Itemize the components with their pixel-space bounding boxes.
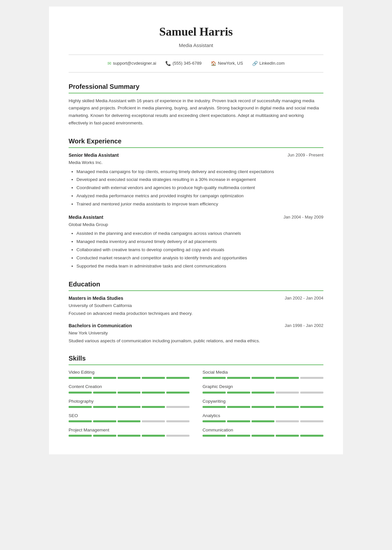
skill-segment	[118, 406, 141, 408]
job-date-1: Jan 2004 - May 2009	[284, 214, 323, 220]
skill-segment	[142, 377, 165, 379]
skill-segment	[227, 420, 250, 422]
skill-segment	[203, 406, 226, 408]
bullet: Supported the media team in administrati…	[76, 263, 323, 270]
skill-segment	[93, 420, 116, 422]
skill-segment	[203, 377, 226, 379]
skill-segment	[118, 377, 141, 379]
summary-text: Highly skilled Media Assistant with 16 y…	[69, 97, 323, 127]
skill-bar-0	[69, 377, 189, 379]
bullet: Managed media campaigns for top clients,…	[76, 168, 323, 176]
skill-segment	[227, 406, 250, 408]
job-entry-1: Media Assistant Jan 2004 - May 2009 Glob…	[69, 214, 323, 270]
job-company-1: Global Media Group	[69, 221, 323, 228]
skill-bar-7	[203, 420, 323, 422]
edu-desc-1: Studied various aspects of communication…	[69, 338, 323, 344]
skill-segment	[227, 392, 250, 394]
candidate-name: Samuel Harris	[69, 23, 323, 40]
edu-date-0: Jan 2002 - Jan 2004	[285, 295, 323, 301]
skills-section: Skills Video EditingSocial MediaContent …	[69, 353, 323, 438]
skill-segment	[93, 377, 116, 379]
skill-label-4: Photography	[69, 398, 189, 405]
skill-bar-9	[203, 435, 323, 437]
skill-item-3: Graphic Design	[203, 383, 323, 393]
bullet: Collaborated with creative teams to deve…	[76, 246, 323, 254]
edu-desc-0: Focused on advanced media production tec…	[69, 310, 323, 317]
bullet: Assisted in the planning and execution o…	[76, 230, 323, 237]
skill-segment	[69, 377, 92, 379]
skill-segment	[227, 435, 250, 437]
edu-entry-1: Bachelors in Communication Jan 1998 - Ja…	[69, 322, 323, 345]
skill-segment	[300, 420, 323, 422]
skill-item-8: Project Management	[69, 427, 189, 437]
resume-document: Samuel Harris Media Assistant ✉ support@…	[49, 7, 343, 454]
skill-label-1: Social Media	[203, 369, 323, 376]
skill-segment	[142, 420, 165, 422]
skill-label-7: Analytics	[203, 412, 323, 419]
contact-bar: ✉ support@cvdesigner.ai 📞 (555) 345-6789…	[69, 60, 323, 73]
edu-school-1: New York University	[69, 330, 323, 336]
edu-school-0: University of Southern California	[69, 302, 323, 309]
skill-segment	[252, 392, 275, 394]
skill-segment	[93, 392, 116, 394]
skill-bar-5	[203, 406, 323, 408]
skill-label-0: Video Editing	[69, 369, 189, 376]
education-section: Education Masters in Media Studies Jan 2…	[69, 279, 323, 344]
skill-label-5: Copywriting	[203, 398, 323, 405]
edu-header-1: Bachelors in Communication Jan 1998 - Ja…	[69, 322, 323, 329]
skill-segment	[252, 406, 275, 408]
bullet: Conducted market research and competitor…	[76, 254, 323, 262]
skill-segment	[276, 420, 299, 422]
bullet: Managed media inventory and ensured time…	[76, 238, 323, 246]
edu-date-1: Jan 1998 - Jan 2002	[285, 322, 323, 329]
job-date-0: Jun 2009 - Present	[287, 152, 323, 158]
contact-location: 🏠 NewYork, US	[211, 60, 243, 67]
bullet: Developed and executed social media stra…	[76, 176, 323, 184]
skill-label-3: Graphic Design	[203, 383, 323, 390]
job-header-1: Media Assistant Jan 2004 - May 2009	[69, 214, 323, 221]
linkedin-icon: 🔗	[252, 60, 258, 67]
skill-label-8: Project Management	[69, 427, 189, 433]
bullet: Coordinated with external vendors and ag…	[76, 184, 323, 192]
skill-segment	[300, 406, 323, 408]
skill-segment	[166, 420, 189, 422]
job-entry-0: Senior Media Assistant Jun 2009 - Presen…	[69, 152, 323, 208]
skill-segment	[166, 392, 189, 394]
skill-segment	[300, 392, 323, 394]
job-company-0: Media Works Inc.	[69, 159, 323, 166]
skill-segment	[276, 435, 299, 437]
skill-segment	[203, 435, 226, 437]
job-title-1: Media Assistant	[69, 214, 103, 221]
skill-segment	[118, 435, 141, 437]
edu-header-0: Masters in Media Studies Jan 2002 - Jan …	[69, 295, 323, 302]
edu-degree-0: Masters in Media Studies	[69, 295, 123, 302]
summary-title: Professional Summary	[69, 82, 323, 93]
phone-icon: 📞	[165, 60, 171, 67]
skill-segment	[142, 406, 165, 408]
contact-email: ✉ support@cvdesigner.ai	[107, 60, 156, 67]
header-section: Samuel Harris Media Assistant	[69, 23, 323, 55]
skill-label-6: SEO	[69, 412, 189, 419]
skill-segment	[252, 377, 275, 379]
skill-segment	[166, 406, 189, 408]
skill-segment	[69, 392, 92, 394]
skill-segment	[227, 377, 250, 379]
skill-label-2: Content Creation	[69, 383, 189, 390]
skill-segment	[276, 406, 299, 408]
skill-segment	[142, 392, 165, 394]
skill-segment	[300, 377, 323, 379]
candidate-title: Media Assistant	[69, 42, 323, 49]
location-icon: 🏠	[211, 60, 216, 67]
skill-segment	[118, 420, 141, 422]
job-bullets-1: Assisted in the planning and execution o…	[69, 230, 323, 270]
skill-bar-6	[69, 420, 189, 422]
skill-segment	[166, 435, 189, 437]
skill-item-5: Copywriting	[203, 398, 323, 408]
skill-item-0: Video Editing	[69, 369, 189, 379]
skill-segment	[69, 435, 92, 437]
skill-segment	[252, 435, 275, 437]
edu-entry-0: Masters in Media Studies Jan 2002 - Jan …	[69, 295, 323, 317]
skill-label-9: Communication	[203, 427, 323, 433]
education-title: Education	[69, 279, 323, 291]
skill-item-9: Communication	[203, 427, 323, 437]
